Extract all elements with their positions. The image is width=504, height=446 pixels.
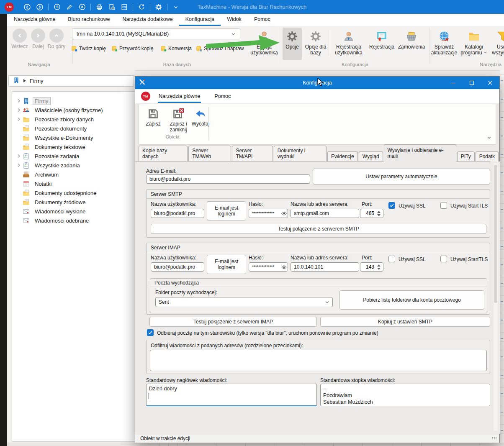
- message-footer-textarea[interactable]: -- Pozdrawiam Sebastian Możdzioch: [320, 384, 490, 406]
- message-header-textarea[interactable]: Dzień dobry: [146, 384, 317, 406]
- ribbon-button-opcje-dla-bazy[interactable]: Opcje dla bazy: [303, 28, 328, 60]
- tree-item-dokumenty-udost-pnione[interactable]: Dokumenty udostępnione: [12, 188, 135, 197]
- print-preview-icon[interactable]: [108, 3, 116, 11]
- chevron-down-icon[interactable]: [172, 3, 180, 11]
- tree-item-dokumenty-tekstowe[interactable]: Dokumenty tekstowe: [12, 142, 135, 151]
- dialog-tab-serwer-tm-web[interactable]: Serwer TM/Web: [188, 146, 231, 161]
- ribbon-button-sprawd-aktualizacje[interactable]: Sprawdź aktualizacje: [431, 28, 458, 60]
- ribbon-tab-pomoc[interactable]: Pomoc: [248, 14, 277, 26]
- tree-item-firmy[interactable]: Firmy: [12, 96, 135, 105]
- chevron-right-icon[interactable]: [15, 163, 22, 167]
- tree-item-wszystkie-e-dokumenty[interactable]: Wszystkie e-Dokumenty: [12, 133, 135, 142]
- dialog-tab-wysy-anie-i-odbieranie-e-maili[interactable]: Wysyłanie i odbieranie e-maili: [384, 144, 456, 161]
- tree-item-dokumenty-r-d-owe[interactable]: Dokumenty źródłowe: [12, 197, 135, 207]
- chevron-right-icon[interactable]: [15, 108, 22, 112]
- tree-item-wszystkie-zadania[interactable]: Wszystkie zadania: [12, 161, 135, 170]
- sidebar-collection-selector[interactable]: Firmy: [8, 75, 134, 87]
- port-spinner[interactable]: 143: [360, 262, 383, 272]
- forward-icon[interactable]: [36, 3, 44, 11]
- resize-grip[interactable]: [492, 437, 497, 439]
- delete-circle-icon[interactable]: [78, 3, 86, 11]
- maximize-button[interactable]: [463, 77, 481, 89]
- password-input[interactable]: **************: [249, 209, 288, 218]
- chevron-right-icon[interactable]: [15, 154, 22, 158]
- ribbon-tab-biuro-rachunkowe[interactable]: Biuro rachunkowe: [62, 14, 116, 26]
- starttls-checkbox[interactable]: [440, 256, 447, 262]
- test-imap-button[interactable]: Testuj połączenie z serwerem IMAP: [149, 317, 317, 327]
- spin-up-icon[interactable]: [377, 264, 381, 267]
- settings-gear-icon[interactable]: [154, 3, 163, 11]
- tree-item-pozosta-e-dokumenty[interactable]: Pozostałe dokumenty: [12, 124, 135, 133]
- database-connection-combo[interactable]: tmn na 10.0.140.101 (MySQL/MariaDB): [72, 28, 240, 39]
- server-input[interactable]: smtp.gmail.com: [291, 209, 359, 218]
- eye-icon[interactable]: [281, 211, 287, 216]
- auto-params-button[interactable]: Ustaw parametry automatycznie: [313, 169, 490, 185]
- close-button[interactable]: [481, 77, 499, 89]
- dialog-menu-tab-narz-dzia-g-wne[interactable]: Narzędzia główne: [158, 90, 201, 103]
- minimize-button[interactable]: [444, 77, 463, 89]
- dialog-tab-kopie-bazy-danych[interactable]: Kopie bazy danych: [139, 146, 188, 161]
- fetch-folders-button[interactable]: Pobierz listę folderów dla konta pocztow…: [339, 290, 484, 310]
- spin-down-icon[interactable]: [377, 268, 381, 270]
- chevron-down-icon[interactable]: [487, 134, 491, 142]
- nav-arrow-left-button[interactable]: Wstecz: [10, 28, 29, 49]
- chevron-right-icon[interactable]: [15, 117, 22, 121]
- toolbar-button-zapisz[interactable]: Zapisz: [143, 108, 163, 127]
- add-circle-icon[interactable]: [53, 3, 61, 11]
- ribbon-button-usu-wszystkie[interactable]: Usuń wszystkie: [490, 28, 504, 60]
- dialog-tab-wygl-d[interactable]: Wygląd: [359, 151, 383, 161]
- ssl-checkbox[interactable]: [388, 256, 395, 262]
- expander-arrow-icon[interactable]: [23, 78, 26, 84]
- dialog-menu-tab-pomoc[interactable]: Pomoc: [213, 90, 231, 103]
- ribbon-button-rejestracja[interactable]: Rejestracja: [368, 28, 396, 60]
- dialog-tab-podatk[interactable]: Podatk: [476, 151, 499, 161]
- ribbon-button-edit-user[interactable]: Edycja użytkownika: [249, 28, 279, 60]
- tree-item-wiadomo-ci-wys-ane[interactable]: Wiadomości wysłane: [12, 207, 135, 216]
- back-icon[interactable]: [23, 3, 31, 11]
- ribbon-button-database-copy[interactable]: Twórz kopię: [71, 44, 106, 53]
- ssl-checkbox[interactable]: [388, 202, 395, 209]
- email-input[interactable]: biuro@podatki.pro: [146, 174, 310, 184]
- server-input[interactable]: 10.0.140.101: [291, 262, 359, 272]
- dialog-tab-pity[interactable]: PITy: [457, 151, 475, 161]
- dialog-tab-ewidencje[interactable]: Ewidencje: [327, 151, 358, 161]
- copy-smtp-button[interactable]: Kopiuj z ustawień SMTP: [320, 317, 490, 327]
- tm-menu-button[interactable]: TM: [141, 92, 150, 101]
- dialog-scrollbar[interactable]: [494, 163, 498, 431]
- pdf-icon[interactable]: PDF: [120, 3, 129, 11]
- refresh-icon[interactable]: [137, 3, 146, 11]
- ribbon-button-zam-wienia[interactable]: Zamówienia: [396, 28, 427, 60]
- print-icon[interactable]: [95, 3, 103, 11]
- outbox-folder-select[interactable]: Sent: [155, 297, 333, 307]
- edit-pencil-icon[interactable]: [65, 3, 74, 11]
- nav-arrow-right-button[interactable]: Dalej: [29, 28, 47, 49]
- tree-item-notatki[interactable]: Notatki: [12, 179, 135, 188]
- tree-item-w-a-ciciele-osoby-fizyczne-[interactable]: Właściciele (osoby fizyczne): [12, 105, 135, 115]
- ribbon-button-database-convert[interactable]: Konwersja: [160, 44, 192, 53]
- nav-arrow-up-button[interactable]: Do góry: [47, 28, 66, 49]
- ribbon-button-database-repair[interactable]: Sprawdź i napraw: [196, 44, 244, 53]
- toolbar-button-wycofaj[interactable]: Wycofaj: [193, 108, 208, 127]
- ribbon-button-opcje[interactable]: Opcje: [283, 28, 302, 60]
- ribbon-tab-widok[interactable]: Widok: [221, 14, 248, 26]
- eye-icon[interactable]: [281, 264, 287, 270]
- email-is-login-button[interactable]: E-mail jest loginem: [207, 255, 246, 274]
- spin-down-icon[interactable]: [377, 214, 381, 216]
- receive-mail-checkbox[interactable]: [147, 329, 154, 336]
- dialog-tab-serwer-tm-api[interactable]: Serwer TM/API: [232, 146, 273, 161]
- ribbon-button-katalogi-programu[interactable]: Katalogi programu: [459, 28, 489, 60]
- spin-up-icon[interactable]: [377, 211, 381, 213]
- tree-item-pozosta-e-zbiory-danych[interactable]: Pozostałe zbiory danych: [12, 115, 135, 124]
- starttls-checkbox[interactable]: [440, 202, 447, 209]
- scrollbar-thumb[interactable]: [494, 165, 497, 303]
- dialog-tab-dokumenty-i-wydruki[interactable]: Dokumenty i wydruki: [274, 146, 327, 161]
- port-spinner[interactable]: 465: [360, 209, 383, 218]
- password-input[interactable]: **************: [249, 262, 288, 272]
- ribbon-button-database-restore[interactable]: Przywróć kopię: [111, 44, 153, 53]
- chevron-right-icon[interactable]: [15, 99, 22, 103]
- tree-item-pozosta-e-zadania[interactable]: Pozostałe zadania: [12, 151, 135, 161]
- ribbon-tab-narz-dzia-g-wne[interactable]: Narzędzia główne: [8, 14, 62, 26]
- tree-item-archiwum[interactable]: Archiwum: [12, 170, 135, 179]
- ribbon-button-rejestracja-u-ytkownika[interactable]: Rejestracja użytkownika: [331, 28, 366, 60]
- ribbon-tab-narz-dzia-dodatkowe[interactable]: Narzędzia dodatkowe: [116, 14, 179, 26]
